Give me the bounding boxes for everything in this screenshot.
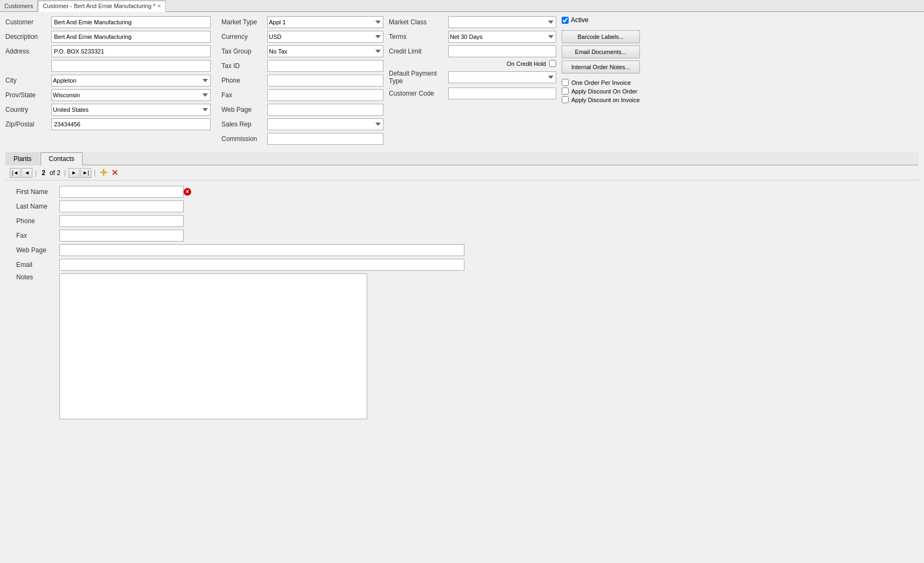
first-name-wrapper: ✕ bbox=[59, 186, 184, 198]
credit-limit-input[interactable] bbox=[448, 45, 556, 57]
plants-tab[interactable]: Plants bbox=[5, 152, 39, 165]
internal-order-notes-button[interactable]: Internal Order Notes... bbox=[562, 61, 640, 73]
city-select[interactable]: Appleton bbox=[51, 75, 211, 86]
email-documents-button[interactable]: Email Documents... bbox=[562, 45, 640, 58]
tax-group-select[interactable]: No Tax bbox=[267, 45, 383, 57]
apply-discount-on-order-label[interactable]: Apply Discount On Order bbox=[571, 88, 637, 95]
apply-discount-on-invoice-label[interactable]: Apply Discount on Invoice bbox=[571, 97, 640, 103]
clear-first-name-icon[interactable]: ✕ bbox=[184, 188, 191, 196]
terms-row: Terms Net 30 Days bbox=[389, 31, 556, 43]
commission-label: Commission bbox=[221, 135, 267, 143]
one-order-per-invoice-row: One Order Per Invoice bbox=[562, 79, 640, 86]
zip-input[interactable] bbox=[51, 118, 211, 130]
customer-input[interactable] bbox=[51, 16, 211, 28]
apply-discount-on-invoice-row: Apply Discount on Invoice bbox=[562, 96, 640, 103]
commission-input[interactable] bbox=[267, 133, 383, 145]
contact-webpage-input[interactable] bbox=[59, 244, 464, 256]
description-label: Description bbox=[5, 33, 51, 41]
market-type-row: Market Type Appl 1 bbox=[221, 16, 383, 28]
description-input[interactable] bbox=[51, 31, 211, 43]
contact-webpage-label: Web Page bbox=[16, 246, 59, 254]
contact-fax-input[interactable] bbox=[59, 230, 184, 242]
fax-label: Fax bbox=[221, 91, 267, 99]
prov-state-select[interactable]: Wisconsin bbox=[51, 89, 211, 101]
contact-phone-label: Phone bbox=[16, 217, 59, 225]
default-payment-select[interactable] bbox=[448, 71, 556, 83]
customer-row: Customer bbox=[5, 16, 211, 28]
credit-limit-label: Credit Limit bbox=[389, 48, 448, 55]
market-class-select[interactable] bbox=[448, 16, 556, 28]
contact-phone-input[interactable] bbox=[59, 215, 184, 227]
add-contact-button[interactable]: ✛ bbox=[98, 167, 109, 178]
contact-notes-label: Notes bbox=[16, 273, 59, 281]
webpage-label: Web Page bbox=[221, 106, 267, 113]
apply-discount-on-invoice-checkbox[interactable] bbox=[562, 96, 569, 103]
address-line2-input[interactable] bbox=[51, 60, 211, 72]
contact-email-input[interactable] bbox=[59, 259, 464, 271]
page-of-text: of 2 bbox=[49, 169, 62, 177]
contact-email-row: Email bbox=[16, 259, 908, 271]
barcode-labels-button[interactable]: Barcode Labels... bbox=[562, 30, 640, 43]
country-select[interactable]: United States bbox=[51, 104, 211, 116]
next-page-button[interactable]: ► bbox=[69, 168, 79, 178]
first-name-input[interactable] bbox=[59, 186, 184, 198]
terms-select[interactable]: Net 30 Days bbox=[448, 31, 556, 43]
first-page-button[interactable]: |◄ bbox=[10, 168, 21, 178]
customer-code-input[interactable] bbox=[448, 88, 556, 99]
right-panel: Active Barcode Labels... Email Documents… bbox=[556, 16, 640, 148]
country-row: Country United States bbox=[5, 104, 211, 116]
contacts-tab-label: Contacts bbox=[49, 155, 74, 163]
main-content: Customer Description Address City Applet… bbox=[0, 12, 924, 432]
contacts-tab[interactable]: Contacts bbox=[41, 152, 82, 165]
close-tab-icon[interactable]: × bbox=[158, 3, 161, 9]
sales-rep-select[interactable] bbox=[267, 118, 383, 130]
one-order-per-invoice-label[interactable]: One Order Per Invoice bbox=[571, 79, 631, 86]
address-row2 bbox=[5, 60, 211, 72]
fax-input[interactable] bbox=[267, 89, 383, 101]
active-tab-label: Customer - Bert And Ernie Manufacturing … bbox=[43, 3, 155, 9]
apply-discount-on-order-row: Apply Discount On Order bbox=[562, 88, 640, 95]
prov-state-row: Prov/State Wisconsin bbox=[5, 89, 211, 101]
tax-id-row: Tax ID bbox=[221, 60, 383, 72]
prev-page-button[interactable]: ◄ bbox=[22, 168, 32, 178]
prov-state-label: Prov/State bbox=[5, 91, 51, 99]
active-checkbox[interactable] bbox=[562, 17, 569, 24]
phone-row: Phone bbox=[221, 75, 383, 86]
zip-row: Zip/Postal bbox=[5, 118, 211, 130]
market-type-select[interactable]: Appl 1 bbox=[267, 16, 383, 28]
right-mid-column: Market Class Terms Net 30 Days Credit Li… bbox=[383, 16, 556, 148]
phone-input[interactable] bbox=[267, 75, 383, 86]
delete-contact-button[interactable]: ✕ bbox=[110, 167, 120, 178]
last-page-button[interactable]: ►| bbox=[80, 168, 91, 178]
last-name-row: Last Name bbox=[16, 200, 908, 212]
apply-discount-on-order-checkbox[interactable] bbox=[562, 88, 569, 95]
tax-group-row: Tax Group No Tax bbox=[221, 45, 383, 57]
credit-limit-row: Credit Limit bbox=[389, 45, 556, 57]
active-customer-tab[interactable]: Customer - Bert And Ernie Manufacturing … bbox=[38, 1, 166, 12]
customers-breadcrumb-tab[interactable]: Customers bbox=[0, 0, 38, 11]
phone-label: Phone bbox=[221, 77, 267, 84]
on-credit-hold-checkbox[interactable] bbox=[549, 60, 556, 67]
currency-select[interactable]: USD bbox=[267, 31, 383, 43]
separator-toolbar: | bbox=[94, 169, 96, 177]
tax-id-input[interactable] bbox=[267, 60, 383, 72]
on-credit-hold-row: On Credit Hold bbox=[389, 60, 556, 67]
last-name-label: Last Name bbox=[16, 203, 59, 210]
contact-phone-row: Phone bbox=[16, 215, 908, 227]
market-type-label: Market Type bbox=[221, 18, 267, 26]
form-top-section: Customer Description Address City Applet… bbox=[5, 16, 919, 148]
terms-label: Terms bbox=[389, 33, 448, 41]
webpage-input[interactable] bbox=[267, 104, 383, 116]
commission-row: Commission bbox=[221, 133, 383, 145]
address-line1-input[interactable] bbox=[51, 45, 211, 57]
country-label: Country bbox=[5, 106, 51, 113]
contact-webpage-row: Web Page bbox=[16, 244, 908, 256]
one-order-per-invoice-checkbox[interactable] bbox=[562, 79, 569, 86]
last-name-input[interactable] bbox=[59, 200, 184, 212]
city-row: City Appleton bbox=[5, 75, 211, 86]
address-label: Address bbox=[5, 48, 51, 55]
market-class-row: Market Class bbox=[389, 16, 556, 28]
breadcrumb-label: Customers bbox=[4, 3, 33, 9]
contact-notes-textarea[interactable] bbox=[59, 273, 367, 419]
contact-fax-label: Fax bbox=[16, 232, 59, 239]
